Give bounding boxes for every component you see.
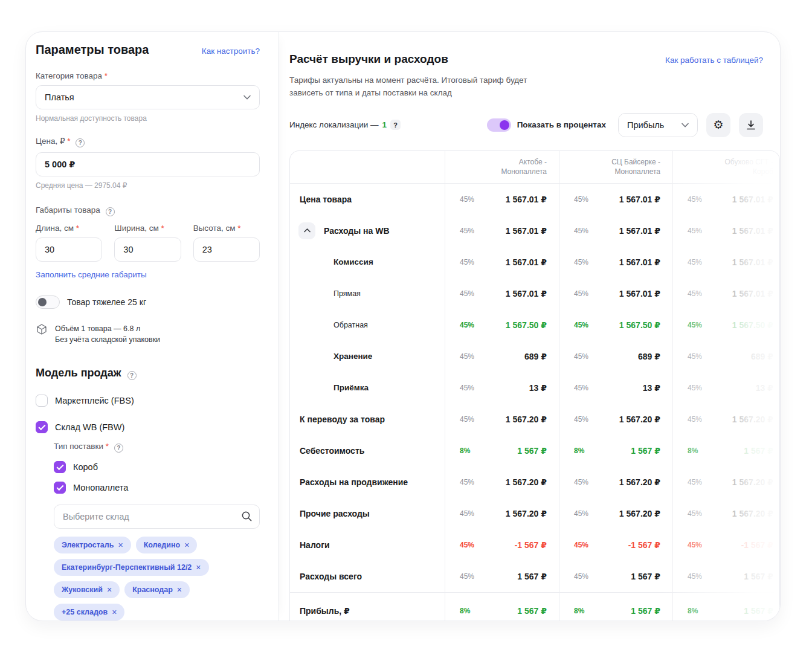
row-label: Приёмка [290, 372, 445, 404]
table-cell: 8%1 567 ₽ [559, 592, 672, 621]
remove-tag-icon[interactable]: × [112, 608, 117, 616]
fbw-options: Тип поставки * ? Короб Монопаллета Элект… [54, 442, 260, 621]
toggle-knob [38, 298, 47, 306]
height-label: Высота, см * [193, 224, 260, 233]
warehouse-tag[interactable]: Краснодар× [124, 581, 190, 598]
question-icon[interactable]: ? [127, 371, 137, 380]
fill-average-dimensions-link[interactable]: Заполнить средние габариты [36, 270, 147, 279]
question-icon[interactable]: ? [76, 138, 85, 147]
table-cell: 45%1 567 ₽ [559, 561, 672, 592]
table-cell: 45%1 567.50 ₽ [445, 309, 559, 341]
remove-tag-icon[interactable]: × [177, 586, 182, 594]
height-input[interactable] [193, 237, 260, 262]
table-cell: 45%1 567.01 ₽ [672, 184, 780, 215]
warehouse-tags: Электросталь×Коледино×Екатеринбург-Персп… [54, 537, 260, 621]
price-hint: Средняя цена — 2975.04 ₽ [36, 181, 260, 190]
checkbox-fbw[interactable]: Склад WB (FBW) [36, 421, 260, 433]
remove-tag-icon[interactable]: × [118, 541, 123, 549]
row-label: Прямая [290, 278, 445, 309]
table-cell: 45%1 567.01 ₽ [559, 278, 672, 309]
tariff-note: Тарифы актуальны на момент расчёта. Итог… [289, 74, 555, 100]
table-cell: 45%13 ₽ [445, 372, 559, 404]
table-cell: 8%1 567 ₽ [672, 435, 780, 466]
table-cell: 45%-1 567 ₽ [672, 529, 780, 561]
warehouse-tag[interactable]: Коледино× [136, 537, 198, 553]
table-cell: 45%1 567 ₽ [672, 561, 780, 592]
table-cell: 45%1 567.01 ₽ [672, 247, 780, 278]
warehouse-tag[interactable]: +25 складов× [54, 604, 124, 621]
checkbox-checked [54, 482, 66, 494]
width-input[interactable] [114, 237, 181, 262]
volume-note: Объём 1 товара — 6.8 л Без учёта складск… [55, 323, 160, 345]
table-cell: 45%689 ₽ [445, 341, 559, 372]
table-cell: 45%1 567.20 ₽ [559, 404, 672, 435]
table-cell: 45%13 ₽ [672, 372, 780, 404]
width-label: Ширина, см * [114, 224, 181, 233]
remove-tag-icon[interactable]: × [107, 586, 112, 594]
metric-select[interactable]: Прибыль [618, 113, 698, 137]
table-cell: 45%689 ₽ [672, 341, 780, 372]
package-icon [36, 323, 48, 335]
required-mark: * [67, 137, 70, 146]
heavy-item-toggle-label: Товар тяжелее 25 кг [67, 297, 146, 307]
checkbox-unchecked [36, 395, 48, 407]
remove-tag-icon[interactable]: × [184, 541, 189, 549]
length-input[interactable] [36, 237, 102, 262]
row-label: Налоги [290, 529, 445, 561]
table-cell: 45%1 567.01 ₽ [445, 278, 559, 309]
row-label: Расходы на WB [290, 215, 445, 247]
row-label: Прочие расходы [290, 498, 445, 529]
table-cell: 45%1 567.20 ₽ [445, 498, 559, 529]
column-header-empty [290, 151, 445, 184]
download-button[interactable] [739, 113, 763, 137]
row-label: Цена товара [290, 184, 445, 215]
question-icon[interactable]: ? [106, 207, 115, 216]
warehouse-tag[interactable]: Электросталь× [54, 537, 131, 553]
checkbox-checked [54, 461, 66, 473]
table-cell: 45%1 567.50 ₽ [672, 309, 780, 341]
table-cell: 45%1 567.20 ₽ [445, 466, 559, 498]
table-cell: 45%-1 567 ₽ [445, 529, 559, 561]
heavy-item-toggle[interactable] [36, 295, 60, 309]
table-cell: 45%1 567.01 ₽ [559, 215, 672, 247]
show-percent-label: Показать в процентах [517, 120, 606, 129]
price-input[interactable] [36, 152, 260, 176]
category-label: Категория товара * [36, 71, 260, 80]
checkbox-monopallet[interactable]: Монопаллета [54, 482, 260, 494]
warehouse-search-input[interactable] [54, 505, 260, 529]
how-to-work-with-table-link[interactable]: Как работать с таблицей? [665, 56, 763, 65]
table-cell: 45%1 567.01 ₽ [445, 215, 559, 247]
remove-tag-icon[interactable]: × [196, 563, 201, 572]
collapse-row-button[interactable] [298, 222, 315, 239]
table-cell: 45%1 567.20 ₽ [559, 498, 672, 529]
category-select[interactable]: Платья [36, 85, 260, 109]
search-icon [241, 511, 253, 522]
download-icon [746, 120, 756, 131]
question-icon[interactable]: ? [114, 444, 123, 453]
toggle-knob [500, 120, 509, 130]
warehouse-tag[interactable]: Жуковский× [54, 581, 120, 598]
table-cell: 45%1 567.20 ₽ [445, 404, 559, 435]
row-label: Обратная [290, 309, 445, 341]
table-cell: 45%1 567.01 ₽ [559, 247, 672, 278]
checkbox-fbs[interactable]: Маркетплейс (FBS) [36, 395, 260, 407]
row-label: К переводу за товар [290, 404, 445, 435]
checkbox-box[interactable]: Короб [54, 461, 260, 473]
table-cell: 45%1 567.20 ₽ [672, 498, 780, 529]
warehouse-tag[interactable]: Екатеринбург-Перспективный 12/2× [54, 559, 209, 576]
row-label: Себестоимость [290, 435, 445, 466]
row-label: Хранение [290, 341, 445, 372]
category-hint: Нормальная доступность товара [36, 114, 260, 123]
table-cell: 45%1 567.01 ₽ [445, 247, 559, 278]
column-header: Обухово СГТ -Короб [672, 151, 780, 184]
show-percent-toggle[interactable] [487, 118, 511, 132]
supply-type-label: Тип поставки * ? [54, 442, 260, 453]
length-label: Длина, см * [36, 224, 102, 233]
table-cell: 8%1 567 ₽ [672, 592, 780, 621]
table-cell: 45%1 567.01 ₽ [445, 184, 559, 215]
how-to-configure-link[interactable]: Как настроить? [202, 47, 260, 56]
localization-value: 1 [382, 120, 387, 129]
question-icon[interactable]: ? [390, 120, 401, 130]
calc-table: Актобе -МонопаллетаСЦ Байсерке -Монопалл… [289, 150, 780, 621]
settings-button[interactable]: ⚙ [706, 113, 730, 137]
